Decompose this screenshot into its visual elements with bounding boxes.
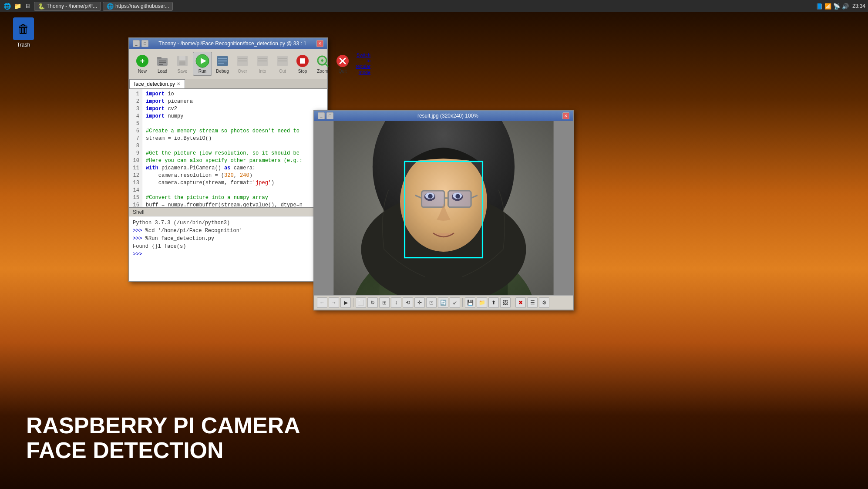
zoom-button[interactable]: Zoom xyxy=(313,52,332,76)
debug-button[interactable]: Debug xyxy=(213,52,232,76)
file-tab[interactable]: face_detection.py ✕ xyxy=(129,79,185,88)
wifi-icon: 📡 xyxy=(833,3,840,10)
shell-line-2: >>> %Run face_detection.py xyxy=(133,235,323,243)
volume-icon: 🔊 xyxy=(842,3,849,10)
out-label: Out xyxy=(279,69,286,74)
image-viewer-titlebar[interactable]: _ □ result.jpg (320x240) 100% ✕ xyxy=(314,111,573,121)
trash-icon-image: 🗑 xyxy=(13,17,34,40)
taskbar-folder-icon[interactable]: 📁 xyxy=(13,2,22,10)
editor-tabs: face_detection.py ✕ xyxy=(129,79,327,89)
stop-button[interactable]: Stop xyxy=(293,52,312,76)
over-button[interactable]: Over xyxy=(233,52,252,76)
run-icon xyxy=(195,54,209,68)
image-viewer-title: result.jpg (320x240) 100% xyxy=(333,113,562,119)
thonny-titlebar[interactable]: _ □ Thonny - /home/pi/Face Recognition/f… xyxy=(129,38,327,49)
image-viewer-maximize-btn[interactable]: □ xyxy=(326,112,333,119)
load-button[interactable]: Load xyxy=(153,52,172,76)
img-upload-btn[interactable]: ⬆ xyxy=(488,297,499,308)
shell-prompt-line[interactable]: >>> xyxy=(133,250,323,258)
over-label: Over xyxy=(238,69,247,74)
img-arrow-btn[interactable]: ↙ xyxy=(450,297,460,308)
image-viewer-close-btn[interactable]: ✕ xyxy=(562,112,569,119)
over-icon xyxy=(236,54,249,68)
vscode-icon: 📘 xyxy=(816,3,823,10)
img-forward-btn[interactable]: → xyxy=(329,297,339,308)
svg-rect-22 xyxy=(258,61,267,61)
thonny-minimize-btn[interactable]: _ xyxy=(133,40,140,47)
clock: 23:34 xyxy=(852,3,865,9)
taskbar-globe-icon[interactable]: 🌐 xyxy=(3,2,11,10)
new-button[interactable]: + New xyxy=(133,52,152,76)
svg-rect-24 xyxy=(278,58,287,59)
shell-area[interactable]: Python 3.7.3 (/usr/bin/python3) >>> %cd … xyxy=(129,216,327,281)
svg-rect-8 xyxy=(179,56,185,60)
svg-rect-18 xyxy=(238,58,247,59)
img-zoom-fit-btn[interactable]: ↕ xyxy=(391,297,401,308)
thonny-maximize-btn[interactable]: □ xyxy=(141,40,148,47)
shell-label: Shell xyxy=(133,209,145,215)
out-button[interactable]: Out xyxy=(273,52,292,76)
img-back-btn[interactable]: ← xyxy=(317,297,327,308)
svg-rect-19 xyxy=(238,61,247,61)
switch-mode-link[interactable]: Switch to regular mode xyxy=(354,51,372,77)
taskbar-thonny-icon: 🐍 xyxy=(38,3,45,10)
img-fit-btn[interactable]: ⬜ xyxy=(356,297,366,308)
tab-close-btn[interactable]: ✕ xyxy=(177,81,180,86)
taskbar-browser-item[interactable]: 🌐 https://raw.githubuser... xyxy=(103,2,173,11)
svg-rect-21 xyxy=(258,58,267,59)
img-delete-btn[interactable]: ✖ xyxy=(515,297,526,308)
svg-rect-9 xyxy=(179,61,185,65)
debug-icon xyxy=(215,54,229,68)
svg-rect-48 xyxy=(421,191,444,207)
taskbar-monitor-icon[interactable]: 🖥 xyxy=(24,2,32,10)
img-toolbar-sep-3 xyxy=(513,298,513,307)
svg-rect-16 xyxy=(218,63,224,64)
image-viewer-minimize-btn[interactable]: _ xyxy=(318,112,325,119)
stop-icon xyxy=(296,54,310,68)
img-save-btn[interactable]: 💾 xyxy=(465,297,475,308)
load-icon xyxy=(155,54,169,68)
img-play-btn[interactable]: ▶ xyxy=(340,297,351,308)
debug-label: Debug xyxy=(216,69,229,74)
run-button[interactable]: Run xyxy=(193,52,212,76)
out-icon xyxy=(276,54,289,68)
img-folder-btn[interactable]: 📁 xyxy=(477,297,487,308)
img-select-btn[interactable]: ⊡ xyxy=(426,297,437,308)
img-swap-btn[interactable]: 🔄 xyxy=(438,297,448,308)
into-label: Into xyxy=(259,69,266,74)
watermark-line2: FACE DETECTION xyxy=(26,438,300,463)
save-button[interactable]: Save xyxy=(173,52,192,76)
thonny-title: Thonny - /home/pi/Face Recognition/face_… xyxy=(148,40,316,47)
trash-desktop-icon[interactable]: 🗑 Trash xyxy=(13,17,34,48)
shell-line-1: >>> %cd '/home/pi/Face Recognition' xyxy=(133,227,323,235)
image-viewer-window: _ □ result.jpg (320x240) 100% ✕ xyxy=(313,110,574,310)
img-settings-btn[interactable]: ⚙ xyxy=(539,297,549,308)
thonny-close-btn[interactable]: ✕ xyxy=(316,40,323,47)
taskbar-system-icons: 📘 📶 📡 🔊 xyxy=(816,3,849,10)
img-rotate-btn[interactable]: ↻ xyxy=(367,297,378,308)
tab-filename: face_detection.py xyxy=(134,81,175,87)
taskbar-thonny-item[interactable]: 🐍 Thonny - /home/pi/F... xyxy=(34,2,101,11)
img-list-btn[interactable]: ☰ xyxy=(527,297,538,308)
svg-rect-4 xyxy=(159,61,166,61)
thonny-toolbar: + New Load xyxy=(129,49,327,79)
trash-label: Trash xyxy=(17,42,30,48)
img-pan-btn[interactable]: ✛ xyxy=(414,297,425,308)
img-frame-btn[interactable]: 🖼 xyxy=(500,297,511,308)
taskbar-left: 🌐 📁 🖥 🐍 Thonny - /home/pi/F... 🌐 https:/… xyxy=(3,2,173,11)
taskbar: 🌐 📁 🖥 🐍 Thonny - /home/pi/F... 🌐 https:/… xyxy=(0,0,868,12)
quit-icon xyxy=(336,54,350,68)
save-icon xyxy=(175,54,189,68)
face-detection-image xyxy=(314,121,573,295)
into-button[interactable]: Into xyxy=(253,52,272,76)
quit-button[interactable]: Quit xyxy=(333,52,352,76)
img-grid-btn[interactable]: ⊞ xyxy=(379,297,390,308)
new-icon: + xyxy=(135,54,149,68)
save-label: Save xyxy=(178,69,188,74)
image-viewer-toolbar: ← → ▶ ⬜ ↻ ⊞ ↕ ⟲ ✛ ⊡ 🔄 ↙ 💾 📁 ⬆ 🖼 ✖ ☰ ⚙ xyxy=(314,295,573,310)
code-text[interactable]: import io import picamera import cv2 imp… xyxy=(142,89,327,207)
img-zoom-1-btn[interactable]: ⟲ xyxy=(403,297,413,308)
code-editor[interactable]: 12345 678910 1112131415 16171819 import … xyxy=(129,89,327,207)
line-numbers: 12345 678910 1112131415 16171819 xyxy=(129,89,142,207)
thonny-window: _ □ Thonny - /home/pi/Face Recognition/f… xyxy=(128,37,328,282)
